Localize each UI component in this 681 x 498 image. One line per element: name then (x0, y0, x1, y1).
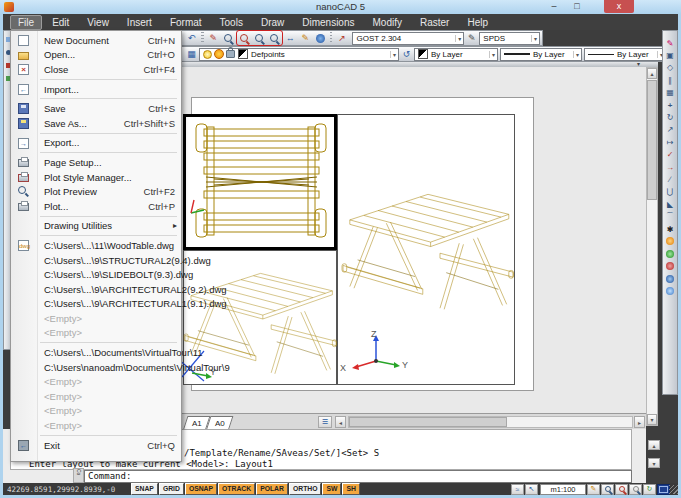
menu-item-recent-folder-1[interactable]: C:\Users\...\Documents\VirtualTour\11 (11, 345, 181, 360)
toggle-snap[interactable]: SNAP (131, 483, 158, 495)
command-panel-tab[interactable]: Co (73, 468, 84, 483)
trim-icon[interactable]: ✓ (664, 149, 677, 161)
zoom-window-icon[interactable] (237, 32, 252, 45)
menu-item-save[interactable]: Save Ctrl+S (11, 101, 181, 116)
scale-display[interactable]: m1:100 (540, 484, 586, 495)
spds-combo[interactable]: SPDS▾ (479, 32, 540, 45)
toggle-sh[interactable]: SH (342, 483, 359, 495)
color-combo[interactable]: By Layer▾ (414, 48, 498, 61)
toggle-otrack[interactable]: OTRACK (218, 483, 255, 495)
layer-previous-icon[interactable]: ↺ (399, 48, 414, 61)
toggle-ortho[interactable]: ORTHO (289, 483, 322, 495)
menu-view[interactable]: View (79, 15, 117, 30)
menu-draw[interactable]: Draw (253, 15, 292, 30)
ucs-tool-icon[interactable]: ↗ (334, 32, 349, 45)
region-icon[interactable] (664, 235, 677, 247)
menu-item-export[interactable]: → Export... (11, 136, 181, 151)
toggle-osnap[interactable]: OSNAP (185, 483, 217, 495)
3d-orbit-icon[interactable] (664, 285, 677, 297)
menu-item-save-as[interactable]: Save As... Ctrl+Shift+S (11, 116, 181, 131)
fillet-icon[interactable]: ⌒ (664, 210, 677, 222)
menu-item-open[interactable]: Open... Ctrl+O (11, 48, 181, 63)
erase-icon[interactable]: ✎ (664, 37, 677, 49)
maximize-button[interactable]: □ (567, 0, 587, 13)
toolbar-overflow-icon[interactable]: ▾ (637, 60, 640, 67)
menu-raster[interactable]: Raster (412, 15, 457, 30)
close-button[interactable]: x (604, 0, 634, 13)
zoom-status-icon[interactable] (601, 484, 614, 495)
sketch-pencil-icon[interactable]: ✎ (298, 32, 313, 45)
drawing-vscrollbar[interactable]: ▴ ▾ (646, 67, 658, 426)
viewport-top-view-active[interactable] (183, 114, 337, 250)
menu-insert[interactable]: Insert (119, 15, 160, 30)
menu-item-import[interactable]: ← Import... (11, 82, 181, 97)
menu-item-plot[interactable]: Plot... Ctrl+P (11, 199, 181, 214)
tab-scroll-left-icon[interactable]: ◂ (335, 416, 346, 428)
menu-item-drawing-utilities[interactable]: Drawing Utilities (11, 219, 181, 234)
menu-item-recent-folder-2[interactable]: C:\Users\nanoadm\Documents\VirtualTour\9 (11, 360, 181, 375)
regen-icon[interactable]: ↻ (643, 484, 656, 495)
undo-icon[interactable]: ↶ (184, 32, 199, 45)
cmd-scroll-up-icon[interactable]: ▴ (648, 440, 660, 450)
toggle-grid[interactable]: GRID (159, 483, 184, 495)
zoom-window-status-icon[interactable] (615, 484, 628, 495)
scale-icon[interactable]: ↗ (664, 124, 677, 136)
mirror-icon[interactable]: ◇ (664, 62, 677, 74)
tab-scroll-right-icon[interactable]: ▸ (634, 416, 645, 428)
zoom-in-icon[interactable] (252, 32, 267, 45)
layer-combo[interactable]: Defpoints▾ (199, 48, 399, 61)
menu-format[interactable]: Format (162, 15, 210, 30)
edit-pencil-icon[interactable]: ✎ (587, 484, 600, 495)
extend-icon[interactable]: → (664, 161, 677, 173)
minimize-button[interactable]: – (545, 0, 563, 13)
join-icon[interactable]: ⋃ (664, 186, 677, 198)
command-scrollbar[interactable]: ▴ ▾ (648, 440, 660, 470)
spds-tool-icon[interactable]: ✎ (464, 32, 479, 45)
offset-icon[interactable]: ∥ (664, 74, 677, 86)
intersect-icon[interactable] (664, 272, 677, 284)
measure-icon[interactable]: ↔ (283, 32, 298, 45)
menu-file[interactable]: File (10, 15, 42, 30)
toggle-polar[interactable]: POLAR (256, 483, 288, 495)
copy-icon[interactable]: ▣ (664, 49, 677, 61)
linetype-combo[interactable]: By Layer▾ (584, 48, 666, 61)
menu-dimensions[interactable]: Dimensions (294, 15, 362, 30)
menu-item-recent-2[interactable]: C:\Users\...\9\STRUCTURAL2(9.4).dwg (11, 253, 181, 268)
viewport-iso-right[interactable]: Z X Y (337, 114, 515, 385)
menu-item-new-document[interactable]: New Document Ctrl+N (11, 33, 181, 48)
command-input[interactable]: Command: (84, 470, 632, 483)
sheet-list-icon[interactable]: ☰ (318, 416, 332, 428)
drawing-hscrollbar[interactable] (348, 416, 633, 428)
lineweight-combo[interactable]: By Layer▾ (500, 48, 582, 61)
menu-item-plot-style-manager[interactable]: Plot Style Manager... (11, 170, 181, 185)
menu-item-recent-4[interactable]: C:\Users\...\9\ARCHITECTURAL2(9.2).dwg (11, 282, 181, 297)
move-icon[interactable]: + (664, 99, 677, 111)
resize-grip[interactable] (669, 485, 678, 494)
toggle-sw[interactable]: SW (322, 483, 341, 495)
menu-item-recent-5[interactable]: C:\Users\...\9\ARCHITECTURAL1(9.1).dwg (11, 297, 181, 312)
menu-item-close[interactable]: × Close Ctrl+F4 (11, 62, 181, 77)
menu-tools[interactable]: Tools (212, 15, 251, 30)
menu-modify[interactable]: Modify (365, 15, 410, 30)
menu-item-exit[interactable]: ← Exit Ctrl+Q (11, 438, 181, 453)
help-sphere-icon[interactable] (313, 32, 328, 45)
stretch-icon[interactable]: ↦ (664, 136, 677, 148)
array-icon[interactable]: ▦ (664, 87, 677, 99)
zoom-tool-icon[interactable] (221, 32, 236, 45)
rotate-icon[interactable]: ↻ (664, 111, 677, 123)
notification-icon[interactable]: ≈ (511, 484, 524, 495)
explode-icon[interactable]: ✱ (664, 223, 677, 235)
zoom-out-icon[interactable] (267, 32, 282, 45)
chamfer-icon[interactable]: ◣ (664, 198, 677, 210)
union-icon[interactable] (664, 248, 677, 260)
scroll-up-icon[interactable]: ▴ (647, 68, 657, 79)
menu-item-recent-3[interactable]: C:\Users\...\9\SLIDEBOLT(9.3).dwg (11, 267, 181, 282)
menu-edit[interactable]: Edit (44, 15, 77, 30)
subtract-icon[interactable] (664, 260, 677, 272)
redline-icon[interactable]: ✎ (206, 32, 221, 45)
menu-item-recent-1[interactable]: dwg C:\Users\...\11\WoodTable.dwg (11, 238, 181, 253)
vscroll-thumb[interactable] (647, 80, 657, 200)
hscroll-thumb[interactable] (349, 417, 507, 427)
pan-status-icon[interactable] (629, 484, 642, 495)
cmd-scroll-down-icon[interactable]: ▾ (648, 458, 660, 468)
